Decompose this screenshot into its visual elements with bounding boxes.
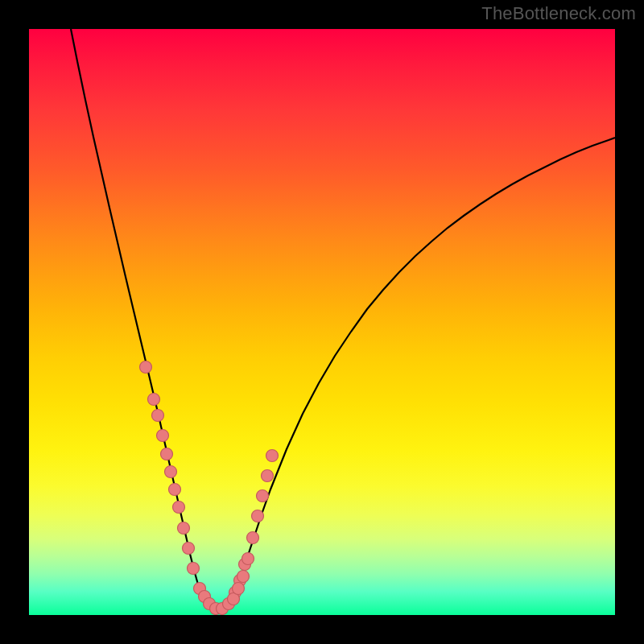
scatter-dot	[237, 571, 250, 583]
scatter-dots	[140, 361, 279, 615]
scatter-dot	[165, 466, 177, 478]
scatter-dot	[148, 394, 160, 406]
scatter-dot	[169, 484, 181, 496]
chart-frame: TheBottleneck.com	[0, 0, 644, 644]
chart-svg	[29, 29, 615, 615]
scatter-dot	[157, 430, 169, 442]
scatter-dot	[247, 532, 259, 544]
scatter-dot	[161, 448, 173, 460]
plot-area	[29, 29, 615, 615]
scatter-dot	[233, 583, 245, 595]
scatter-dot	[188, 563, 200, 575]
scatter-dot	[183, 543, 195, 555]
scatter-dot	[178, 522, 190, 535]
scatter-dot	[257, 490, 269, 502]
scatter-dot	[140, 361, 152, 374]
scatter-dot	[262, 470, 274, 482]
scatter-dot	[252, 510, 264, 522]
scatter-dot	[152, 410, 164, 422]
scatter-dot	[266, 450, 279, 462]
scatter-dot	[242, 553, 254, 565]
bottleneck-curve	[71, 29, 615, 610]
watermark-text: TheBottleneck.com	[481, 3, 636, 24]
scatter-dot	[173, 502, 185, 514]
